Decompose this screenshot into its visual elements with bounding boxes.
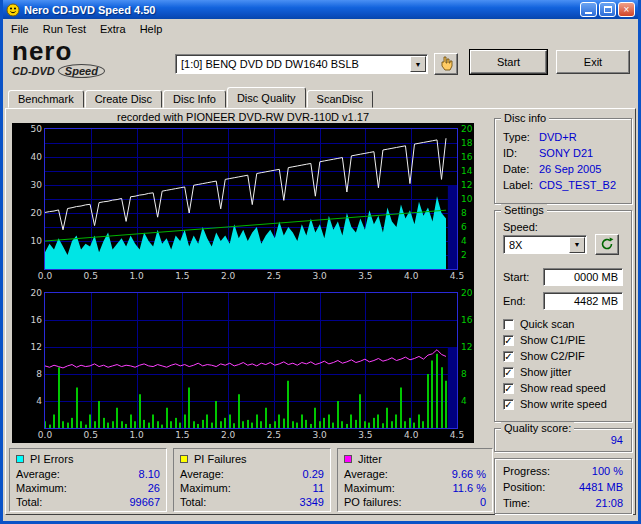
axis-tick: 3.0 bbox=[308, 430, 332, 440]
jitter-swatch-icon bbox=[344, 455, 352, 463]
axis-tick: 2.0 bbox=[216, 430, 240, 440]
tab-create-disc[interactable]: Create Disc bbox=[85, 90, 162, 108]
chart-title: recorded with PIONEER DVD-RW DVR-110D v1… bbox=[12, 111, 474, 123]
checkbox-box[interactable]: ✓ bbox=[503, 367, 514, 378]
maximize-button[interactable] bbox=[599, 2, 616, 17]
checkbox-show-c2-pif[interactable]: ✓ Show C2/PIF bbox=[503, 349, 585, 363]
stat-value: 26 bbox=[148, 482, 160, 494]
menu-help[interactable]: Help bbox=[133, 21, 170, 37]
axis-tick: 1.0 bbox=[125, 271, 149, 281]
stat-value: 0.29 bbox=[303, 468, 324, 480]
close-button[interactable]: × bbox=[618, 2, 635, 17]
axis-tick: 3.5 bbox=[353, 430, 377, 440]
speed-select-value: 8X bbox=[504, 239, 568, 251]
logo-cddvd-text: CD-DVD bbox=[12, 65, 55, 77]
axis-tick: 10 bbox=[461, 194, 479, 204]
position-value: 4481 MB bbox=[579, 481, 623, 493]
speed-label: Speed: bbox=[503, 221, 538, 233]
stat-label: Average: bbox=[180, 468, 224, 480]
chevron-down-icon[interactable]: ▼ bbox=[569, 237, 585, 253]
app-icon bbox=[6, 3, 20, 17]
checkbox-box[interactable]: ✓ bbox=[503, 335, 514, 346]
start-button[interactable]: Start bbox=[470, 50, 547, 74]
axis-tick: 8 bbox=[18, 369, 42, 379]
progress-label: Progress: bbox=[503, 465, 550, 477]
chevron-down-icon[interactable]: ▼ bbox=[410, 56, 426, 72]
pointing-hand-icon bbox=[439, 56, 454, 73]
checkbox-box[interactable]: ✓ bbox=[503, 399, 514, 410]
jitter-title: Jitter bbox=[358, 453, 382, 465]
axis-tick: 16 bbox=[18, 315, 42, 325]
tab-disc-info[interactable]: Disc Info bbox=[163, 90, 226, 108]
axis-tick: 2.5 bbox=[262, 271, 286, 281]
axis-tick: 20 bbox=[18, 288, 42, 298]
position-label: Position: bbox=[503, 481, 545, 493]
axis-tick: 3.0 bbox=[308, 271, 332, 281]
stat-label: Maximum: bbox=[344, 482, 395, 494]
tab-disc-quality[interactable]: Disc Quality bbox=[227, 87, 306, 108]
axis-tick: 1.5 bbox=[170, 430, 194, 440]
axis-tick: 50 bbox=[18, 124, 42, 134]
menu-file[interactable]: File bbox=[4, 21, 36, 37]
speed-select[interactable]: 8X ▼ bbox=[503, 235, 587, 254]
pi-errors-swatch-icon bbox=[16, 455, 24, 463]
checkbox-box[interactable] bbox=[503, 319, 514, 330]
pi-failures-swatch-icon bbox=[180, 455, 188, 463]
quality-score-caption: Quality score: bbox=[501, 422, 574, 434]
menu-run-test[interactable]: Run Test bbox=[36, 21, 93, 37]
axis-tick: 16 bbox=[461, 152, 479, 162]
axis-tick: 0.5 bbox=[79, 271, 103, 281]
checkbox-show-write-speed[interactable]: ✓ Show write speed bbox=[503, 397, 607, 411]
drive-select[interactable]: [1:0] BENQ DVD DD DW1640 BSLB ▼ bbox=[175, 54, 428, 74]
axis-tick: 4 bbox=[461, 396, 479, 406]
menubar: File Run Test Extra Help bbox=[3, 19, 638, 38]
checkbox-label: Show C1/PIE bbox=[520, 334, 585, 346]
axis-tick: 3.5 bbox=[353, 271, 377, 281]
axis-tick: 30 bbox=[18, 180, 42, 190]
axis-tick: 10 bbox=[18, 236, 42, 246]
end-position-field[interactable]: 4482 MB bbox=[543, 292, 623, 310]
axis-tick: 1.5 bbox=[170, 271, 194, 281]
maximize-icon bbox=[604, 6, 612, 13]
checkbox-label: Show jitter bbox=[520, 366, 571, 378]
axis-tick: 20 bbox=[461, 124, 479, 134]
checkbox-box[interactable]: ✓ bbox=[503, 383, 514, 394]
tab-benchmark[interactable]: Benchmark bbox=[8, 90, 84, 108]
axis-tick: 18 bbox=[461, 138, 479, 148]
axis-tick: 16 bbox=[461, 315, 479, 325]
stat-value: 99667 bbox=[129, 496, 160, 508]
checkbox-label: Show write speed bbox=[520, 398, 607, 410]
axis-tick: 12 bbox=[461, 342, 479, 352]
menu-extra[interactable]: Extra bbox=[93, 21, 133, 37]
minimize-button[interactable] bbox=[580, 2, 597, 17]
checkbox-box[interactable]: ✓ bbox=[503, 351, 514, 362]
start-position-label: Start: bbox=[503, 271, 529, 283]
jitter-panel: Jitter Average: 9.66 % Maximum: 11.6 % P… bbox=[337, 448, 493, 512]
checkbox-show-jitter[interactable]: ✓ Show jitter bbox=[503, 365, 571, 379]
axis-tick: 12 bbox=[18, 342, 42, 352]
exit-button[interactable]: Exit bbox=[556, 50, 630, 74]
axis-tick: 40 bbox=[18, 152, 42, 162]
refresh-speed-button[interactable] bbox=[595, 234, 619, 255]
nero-logo: nero CD-DVD Speed bbox=[12, 40, 162, 78]
disc-type-label: Type: bbox=[503, 131, 530, 143]
checkbox-show-c1-pie[interactable]: ✓ Show C1/PIE bbox=[503, 333, 585, 347]
stat-label: Average: bbox=[344, 468, 388, 480]
checkbox-show-read-speed[interactable]: ✓ Show read speed bbox=[503, 381, 606, 395]
stat-value: 0 bbox=[480, 496, 486, 508]
stat-value: 3349 bbox=[300, 496, 324, 508]
time-value: 21:08 bbox=[595, 497, 623, 509]
start-position-field[interactable]: 0000 MB bbox=[543, 268, 623, 286]
axis-tick: 2.5 bbox=[262, 430, 286, 440]
disc-label-label: Label: bbox=[503, 179, 533, 191]
axis-tick: 8 bbox=[461, 208, 479, 218]
drive-info-button[interactable] bbox=[434, 53, 458, 75]
axis-tick: 1.0 bbox=[125, 430, 149, 440]
disc-id-value: SONY D21 bbox=[539, 147, 593, 159]
titlebar[interactable]: Nero CD-DVD Speed 4.50 × bbox=[3, 0, 638, 19]
checkbox-label: Show C2/PIF bbox=[520, 350, 585, 362]
stat-label: Maximum: bbox=[180, 482, 231, 494]
checkbox-quick-scan[interactable]: Quick scan bbox=[503, 317, 574, 331]
tab-scandisc[interactable]: ScanDisc bbox=[307, 90, 373, 108]
quality-score-value: 94 bbox=[611, 434, 623, 446]
